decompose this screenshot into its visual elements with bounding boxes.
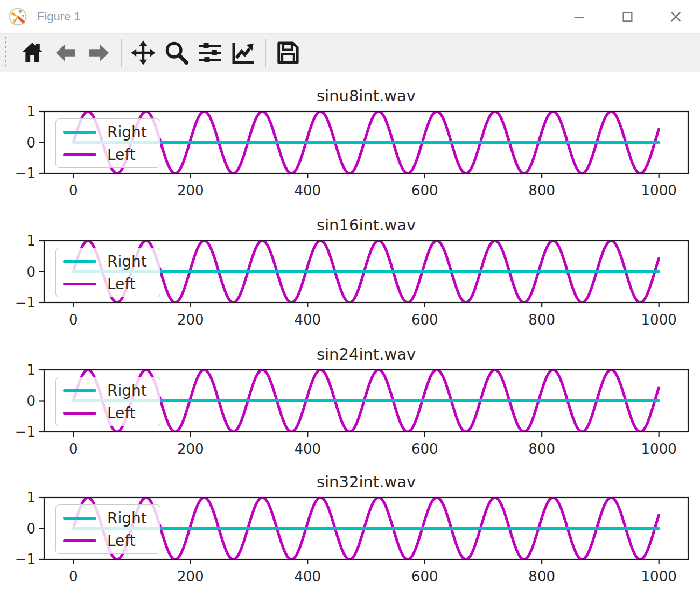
svg-text:0: 0	[69, 183, 78, 199]
legend-line-sample	[63, 283, 96, 285]
svg-text:200: 200	[177, 183, 204, 199]
plot-title: sin24int.wav	[44, 344, 688, 364]
svg-text:−1: −1	[15, 295, 36, 311]
svg-text:800: 800	[528, 569, 555, 585]
matplotlib-logo-icon	[8, 7, 27, 26]
legend-line-sample	[63, 539, 96, 542]
back-button[interactable]	[51, 37, 81, 69]
svg-text:1: 1	[26, 362, 36, 378]
svg-text:−1: −1	[15, 165, 36, 181]
svg-text:0: 0	[26, 135, 36, 151]
legend-label: Right	[107, 509, 147, 527]
svg-text:0: 0	[69, 312, 78, 328]
titlebar: Figure 1	[0, 0, 700, 33]
legend-line-sample	[63, 260, 96, 263]
pan-button[interactable]	[128, 37, 158, 69]
svg-text:600: 600	[411, 441, 438, 457]
svg-text:1: 1	[26, 489, 36, 506]
save-floppy-icon	[275, 40, 300, 65]
svg-text:600: 600	[411, 312, 438, 328]
subplot: sin16int.wav 0200400600800100010−1 Right…	[0, 215, 700, 341]
legend-label: Right	[107, 123, 147, 141]
svg-text:200: 200	[177, 569, 204, 585]
legend-row: Left	[63, 531, 147, 550]
home-icon	[20, 40, 45, 65]
svg-text:0: 0	[69, 569, 78, 585]
zoom-button[interactable]	[162, 37, 192, 69]
legend-row: Left	[63, 274, 147, 293]
svg-text:800: 800	[528, 441, 555, 457]
svg-text:800: 800	[528, 312, 555, 328]
svg-text:600: 600	[411, 183, 438, 199]
legend-label: Left	[107, 146, 136, 164]
pan-move-icon	[130, 40, 156, 66]
svg-text:600: 600	[411, 569, 438, 585]
toolbar-drag-handle[interactable]	[4, 36, 8, 69]
svg-text:1000: 1000	[641, 569, 677, 585]
toolbar-separator	[121, 39, 122, 67]
svg-text:0: 0	[26, 521, 36, 537]
svg-text:400: 400	[294, 569, 321, 585]
minimize-button[interactable]	[555, 0, 603, 33]
svg-text:−1: −1	[15, 424, 36, 440]
close-button[interactable]	[652, 0, 700, 33]
subplot: sin32int.wav 0200400600800100010−1 Right…	[0, 472, 700, 596]
legend-label: Right	[107, 253, 147, 270]
back-arrow-icon	[54, 41, 78, 65]
svg-text:1000: 1000	[641, 312, 677, 328]
navigation-toolbar	[0, 33, 700, 72]
legend-row: Right	[63, 122, 147, 142]
subplot: sin24int.wav 0200400600800100010−1 Right…	[0, 344, 700, 471]
legend: RightLeft	[55, 377, 160, 426]
svg-text:200: 200	[177, 441, 204, 457]
zoom-magnifier-icon	[164, 40, 190, 66]
svg-text:0: 0	[69, 441, 78, 457]
home-button[interactable]	[17, 37, 47, 69]
forward-button[interactable]	[84, 37, 114, 69]
legend-row: Right	[63, 381, 147, 400]
maximize-button[interactable]	[603, 0, 652, 33]
legend-line-sample	[63, 131, 96, 134]
plot-title: sin16int.wav	[44, 215, 688, 235]
legend-line-sample	[63, 517, 96, 520]
plot-title: sin32int.wav	[44, 472, 688, 492]
subplot: sinu8int.wav 0200400600800100010−1 Right…	[0, 86, 700, 212]
legend-line-sample	[63, 412, 96, 415]
svg-text:1000: 1000	[641, 183, 677, 199]
forward-arrow-icon	[87, 41, 111, 65]
legend-label: Left	[107, 275, 136, 293]
legend-label: Right	[107, 382, 147, 399]
svg-text:400: 400	[294, 441, 321, 457]
legend-label: Left	[107, 404, 136, 422]
legend-row: Left	[63, 145, 147, 164]
svg-text:1: 1	[26, 233, 36, 249]
legend-line-sample	[63, 153, 96, 156]
legend-row: Left	[63, 403, 147, 423]
edit-parameters-button[interactable]	[228, 37, 258, 69]
legend-row: Right	[63, 508, 147, 528]
edit-axes-chart-icon	[230, 40, 256, 66]
legend: RightLeft	[55, 248, 160, 297]
legend-label: Left	[107, 532, 136, 550]
svg-text:400: 400	[294, 183, 321, 199]
legend: RightLeft	[55, 118, 160, 168]
toolbar-separator	[265, 39, 266, 67]
svg-text:200: 200	[177, 312, 204, 328]
svg-text:400: 400	[294, 312, 321, 328]
svg-text:1: 1	[26, 103, 36, 120]
svg-text:800: 800	[528, 183, 555, 199]
svg-text:0: 0	[26, 264, 36, 280]
legend-row: Right	[63, 251, 147, 271]
figure-canvas: sinu8int.wav 0200400600800100010−1 Right…	[0, 72, 700, 595]
configure-subplots-sliders-icon	[198, 40, 222, 65]
save-button[interactable]	[272, 37, 303, 69]
svg-text:−1: −1	[15, 551, 36, 567]
legend-line-sample	[63, 389, 96, 392]
legend: RightLeft	[55, 504, 160, 554]
plot-title: sinu8int.wav	[44, 86, 688, 106]
window-controls	[555, 0, 700, 33]
window-title: Figure 1	[37, 10, 81, 24]
svg-text:0: 0	[26, 393, 36, 409]
configure-subplots-button[interactable]	[195, 37, 225, 69]
svg-text:1000: 1000	[641, 441, 677, 457]
